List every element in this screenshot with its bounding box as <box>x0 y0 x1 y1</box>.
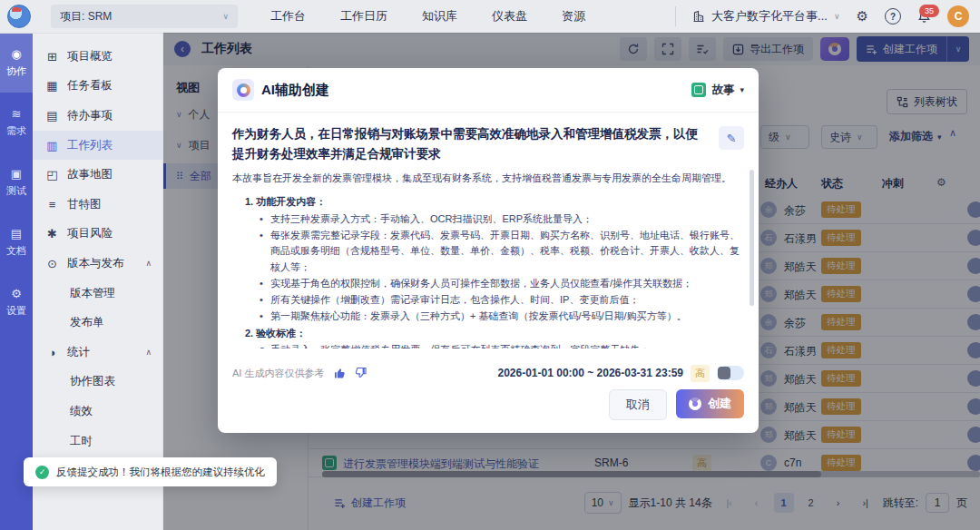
rail-label: 测试 <box>6 184 26 198</box>
building-icon <box>692 10 705 23</box>
priority-badge[interactable]: 高 <box>691 365 710 382</box>
edit-title-button[interactable]: ✎ <box>719 126 744 150</box>
thumbs-down-icon[interactable] <box>355 367 368 379</box>
app-logo[interactable] <box>7 5 31 28</box>
chevron-down-icon: ∨ <box>222 12 229 21</box>
nav-calendar[interactable]: 工作日历 <box>340 8 387 25</box>
success-check-icon: ✓ <box>35 466 49 479</box>
sidebar-item-collab-charts[interactable]: 协作图表 <box>33 368 162 398</box>
date-range[interactable]: 2026-01-01 00:00 ~ 2026-03-31 23:59 <box>498 367 684 379</box>
worklist-icon: ▥ <box>45 139 59 152</box>
sidebar-item-version-mgmt[interactable]: 版本管理 <box>33 279 162 309</box>
nav-resources[interactable]: 资源 <box>562 8 585 25</box>
bullet-item: 所有关键操作（增删改查）需记录审计日志，包含操作人、时间、IP、变更前后值； <box>260 292 744 309</box>
gantt-icon: ≡ <box>45 198 59 211</box>
settings-gear-icon[interactable]: ⚙ <box>857 8 868 25</box>
sidebar-item-todo[interactable]: ▤待办事项 <box>33 101 162 131</box>
sidebar-item-workhours[interactable]: 工时 <box>33 427 162 456</box>
sidebar-item-release-order[interactable]: 发布单 <box>33 308 162 338</box>
org-name: 大客户数字化平台事... <box>711 8 828 25</box>
sidebar-item-overview[interactable]: ⊞项目概览 <box>33 42 162 72</box>
sidebar-label: 版本与发布 <box>67 256 124 271</box>
rail-item-requirements[interactable]: ≋ 需求 <box>0 93 33 152</box>
modal-title: AI辅助创建 <box>261 82 329 99</box>
rail-label: 文档 <box>6 244 26 258</box>
storymap-icon: ◰ <box>45 168 59 182</box>
toggle-switch[interactable] <box>717 366 744 380</box>
description-intro: 本故事旨在开发全新的发票管理模块，集成至现有财务系统，支持增值税普通发票与专用发… <box>232 171 744 187</box>
collapse-up-icon: ∧ <box>145 259 152 268</box>
success-toast: ✓ 反馈提交成功！我们将根据您的建议持续优化 <box>24 457 277 486</box>
sidebar-label: 工时 <box>70 434 93 449</box>
sidebar-item-storymap[interactable]: ◰故事地图 <box>33 160 162 190</box>
project-select[interactable]: 项目: SRM ∨ <box>51 5 238 28</box>
section-heading: 2. 验收标准： <box>245 326 744 342</box>
bullet-item: 每张发票需完整记录字段：发票代码、发票号码、开票日期、购买方名称、识别号、地址电… <box>260 228 744 276</box>
help-icon[interactable]: ? <box>885 8 901 25</box>
cancel-label: 取消 <box>626 397 650 413</box>
modal-create-button[interactable]: 创建 <box>676 389 744 418</box>
collapse-up-icon: ∧ <box>145 348 152 357</box>
documents-icon: ▤ <box>11 228 22 240</box>
testing-icon: ▣ <box>11 168 22 180</box>
overview-icon: ⊞ <box>45 50 59 64</box>
sidebar-item-risk[interactable]: ✱项目风险 <box>33 220 162 250</box>
cancel-button[interactable]: 取消 <box>609 389 667 420</box>
ai-swirl-icon <box>689 398 701 410</box>
rail-label: 需求 <box>6 124 26 138</box>
bullet-item: 支持三种发票录入方式：手动输入、OCR扫描识别、ERP系统批量导入； <box>260 211 744 228</box>
risk-icon: ✱ <box>45 227 59 240</box>
settings-icon: ⚙ <box>11 288 22 299</box>
nav-workbench[interactable]: 工作台 <box>270 8 306 25</box>
statistics-icon: ◑ <box>45 346 59 359</box>
user-avatar[interactable]: C <box>947 5 969 27</box>
rail-item-documents[interactable]: ▤ 文档 <box>0 212 33 272</box>
sidebar-label: 甘特图 <box>67 197 102 212</box>
caret-down-icon: ▾ <box>740 85 744 94</box>
module-rail: ◉ 协作 ≋ 需求 ▣ 测试 ▤ 文档 ⚙ 设置 <box>0 33 33 530</box>
sidebar-label: 项目风险 <box>67 226 113 241</box>
nav-dashboard[interactable]: 仪表盘 <box>492 8 527 25</box>
version-icon: ⊙ <box>45 257 59 270</box>
bullet-item: 第一期聚焦核心功能：发票录入（三种方式）+ 基础查询（按发票代码/号码/日期/购… <box>260 309 744 325</box>
sidebar-item-version-release[interactable]: ⊙版本与发布 ∧ <box>33 249 162 279</box>
workitem-type-select[interactable]: 故事 ▾ <box>691 83 744 98</box>
sidebar-label: 版本管理 <box>70 286 115 301</box>
sidebar-label: 统计 <box>67 345 90 360</box>
notification-badge: 35 <box>919 5 939 17</box>
sidebar-label: 发布单 <box>70 315 104 330</box>
type-label: 故事 <box>711 83 734 98</box>
rail-item-collaboration[interactable]: ◉ 协作 <box>0 33 33 93</box>
nav-knowledge[interactable]: 知识库 <box>422 8 457 25</box>
thumbs-up-icon[interactable] <box>333 367 346 379</box>
rail-item-testing[interactable]: ▣ 测试 <box>0 152 33 212</box>
description-scrollbar-thumb[interactable] <box>750 170 754 306</box>
ai-logo-icon <box>232 79 254 101</box>
sidebar-item-worklist[interactable]: ▥工作列表 <box>33 131 162 161</box>
ai-disclaimer: AI 生成内容仅供参考 <box>232 367 324 380</box>
bullet-item: 实现基于角色的权限控制，确保财务人员可操作全部数据，业务人员仅能查看/操作其关联… <box>260 276 744 292</box>
top-navbar: 项目: SRM ∨ 工作台 工作日历 知识库 仪表盘 资源 大客户数字化平台事.… <box>0 0 980 34</box>
sidebar-label: 项目概览 <box>67 49 113 64</box>
toast-message: 反馈提交成功！我们将根据您的建议持续优化 <box>56 466 265 479</box>
story-description[interactable]: 本故事旨在开发全新的发票管理模块，集成至现有财务系统，支持增值税普通发票与专用发… <box>232 171 744 348</box>
sidebar-item-statistics[interactable]: ◑统计 ∧ <box>33 338 162 368</box>
requirements-icon: ≋ <box>12 108 22 120</box>
top-nav-links: 工作台 工作日历 知识库 仪表盘 资源 <box>270 8 585 25</box>
modal-buttons: 取消 创建 <box>609 389 744 420</box>
rail-label: 协作 <box>6 64 26 78</box>
ai-create-modal: AI辅助创建 故事 ▾ 作为财务人员，在日常报销与对账场景中需要高效准确地录入和… <box>218 68 759 433</box>
kanban-icon: ▦ <box>45 79 59 93</box>
story-type-icon <box>691 83 706 97</box>
sidebar-item-performance[interactable]: 绩效 <box>33 397 162 427</box>
sidebar-item-gantt[interactable]: ≡甘特图 <box>33 190 162 220</box>
sidebar-menu: ⊞项目概览 ▦任务看板 ▤待办事项 ▥工作列表 ◰故事地图 ≡甘特图 ✱项目风险… <box>33 33 163 530</box>
sidebar-label: 绩效 <box>70 404 93 419</box>
sidebar-label: 故事地图 <box>67 167 113 182</box>
notifications-bell[interactable]: 35 <box>917 10 931 24</box>
rail-item-settings[interactable]: ⚙ 设置 <box>0 272 33 332</box>
sidebar-item-kanban[interactable]: ▦任务看板 <box>33 72 162 102</box>
story-title: 作为财务人员，在日常报销与对账场景中需要高效准确地录入和管理增值税发票，以便提升… <box>232 124 710 163</box>
chevron-down-icon: ∨ <box>834 12 840 21</box>
org-switcher[interactable]: 大客户数字化平台事... ∨ <box>675 6 839 26</box>
